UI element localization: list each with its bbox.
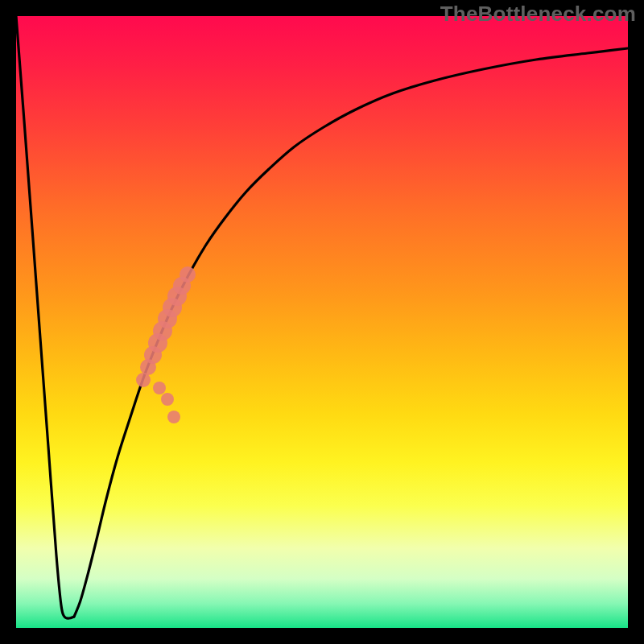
chart-container: TheBottleneck.com: [0, 0, 644, 644]
plot-area: [16, 16, 628, 628]
curve-layer: [16, 16, 628, 628]
highlight-dot: [180, 266, 196, 283]
highlighted-dot-cluster: [136, 266, 196, 423]
curve-left-branch: [16, 16, 74, 618]
watermark-text: TheBottleneck.com: [440, 2, 636, 27]
highlight-dot: [161, 393, 174, 406]
highlight-dot: [167, 411, 180, 423]
highlight-dot: [153, 382, 166, 394]
